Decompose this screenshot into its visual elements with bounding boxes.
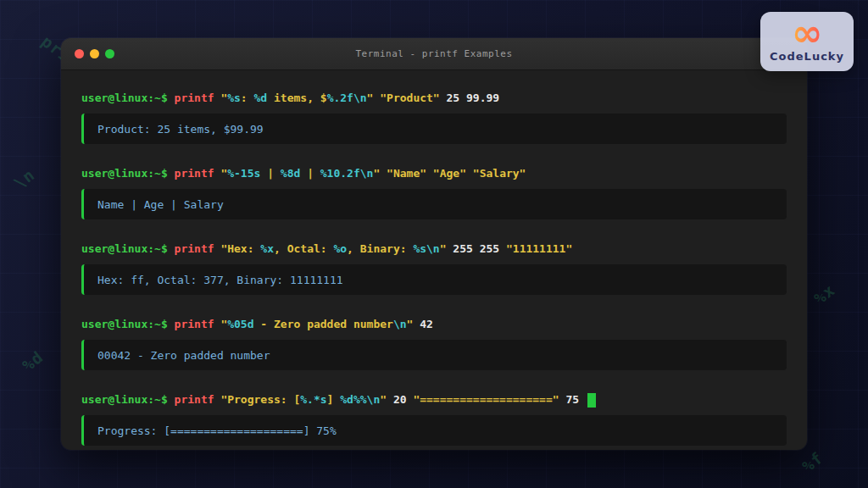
command-segment: 75 xyxy=(559,392,586,408)
command-segment: ] xyxy=(327,392,341,408)
command-segment: %x xyxy=(260,241,274,257)
output-box: 00042 - Zero padded number xyxy=(81,340,787,370)
command-segment: \n xyxy=(393,317,407,332)
command-segment: | xyxy=(260,166,280,181)
command-segment: " xyxy=(440,241,453,257)
command-segment: " "Product" xyxy=(367,91,447,106)
command-segment: %d%%\n xyxy=(340,392,380,408)
command-line: user@linux:~$ printf "%-15s | %8d | %10.… xyxy=(81,166,787,181)
command-segment: 255 255 xyxy=(453,241,506,257)
command-segment: %-15s xyxy=(227,166,260,181)
command-line: user@linux:~$ printf "Progress: [%.*s] %… xyxy=(81,392,787,408)
command-segment: %o xyxy=(333,241,347,257)
command-segment: printf xyxy=(175,317,221,332)
output-box: Hex: ff, Octal: 377, Binary: 11111111 xyxy=(81,264,787,295)
watermark-newline: \n xyxy=(10,165,38,193)
command-segment: "Hex: xyxy=(220,241,260,257)
window-title: Terminal - printf Examples xyxy=(61,48,807,59)
command-segment: "Progress: [ xyxy=(220,392,300,408)
command-segment: 42 xyxy=(420,317,433,332)
output-text: Name | Age | Salary xyxy=(97,198,224,211)
terminal-titlebar[interactable]: Terminal - printf Examples xyxy=(61,38,807,70)
command-segment: items, $ xyxy=(267,91,326,106)
command-segment: " xyxy=(220,91,227,106)
command-segment: : xyxy=(241,91,254,106)
command-segment: user@linux:~$ xyxy=(81,392,175,408)
command-segment: " xyxy=(407,317,420,332)
codelucky-logo-icon: ∞ xyxy=(792,20,823,49)
command-segment: user@linux:~$ xyxy=(81,91,175,106)
desktop-background: printf \n %d %x %f Terminal - printf Exa… xyxy=(0,0,868,488)
output-text: Progress: [====================] 75% xyxy=(97,424,337,437)
command-segment: %.*s xyxy=(300,392,326,408)
command-segment: %s\n xyxy=(413,241,439,257)
command-segment: | xyxy=(300,166,320,181)
command-segment: %10.2f\n xyxy=(320,166,374,181)
output-box: Product: 25 items, $99.99 xyxy=(81,114,787,144)
terminal-entry: user@linux:~$ printf "Hex: %x, Octal: %o… xyxy=(81,241,787,295)
output-text: Hex: ff, Octal: 377, Binary: 11111111 xyxy=(97,274,343,286)
command-line: user@linux:~$ printf "Hex: %x, Octal: %o… xyxy=(81,241,787,257)
output-text: Product: 25 items, $99.99 xyxy=(97,123,264,136)
command-segment: printf xyxy=(175,166,221,181)
command-line: user@linux:~$ printf "%s: %d items, $%.2… xyxy=(81,91,787,106)
command-segment: %8d xyxy=(281,166,300,181)
command-segment: user@linux:~$ xyxy=(81,166,175,181)
command-segment: user@linux:~$ xyxy=(81,241,175,257)
command-segment: 25 99.99 xyxy=(447,91,500,106)
command-segment: printf xyxy=(175,91,221,106)
terminal-cursor[interactable] xyxy=(587,393,596,408)
watermark-percent-f: %f xyxy=(798,448,826,476)
command-segment: , Octal: xyxy=(274,241,333,257)
command-segment: printf xyxy=(175,241,221,257)
command-segment: " xyxy=(220,317,227,332)
output-text: 00042 - Zero padded number xyxy=(97,349,270,362)
command-segment: %d xyxy=(254,91,268,106)
brand-name: CodeLucky xyxy=(770,50,844,63)
command-segment: " xyxy=(220,166,227,181)
terminal-content: user@linux:~$ printf "%s: %d items, $%.2… xyxy=(61,70,807,446)
terminal-entry: user@linux:~$ printf "%-15s | %8d | %10.… xyxy=(81,166,787,219)
command-segment: %05d xyxy=(227,317,253,332)
command-segment: %s xyxy=(227,91,241,106)
brand-badge: ∞ CodeLucky xyxy=(760,12,854,71)
command-segment: %.2f\n xyxy=(327,91,367,106)
command-segment: , Binary: xyxy=(347,241,413,257)
output-box: Name | Age | Salary xyxy=(81,189,787,219)
command-segment: " xyxy=(380,392,393,408)
output-box: Progress: [====================] 75% xyxy=(81,415,787,446)
terminal-entry: user@linux:~$ printf "%05d - Zero padded… xyxy=(81,317,787,370)
command-line: user@linux:~$ printf "%05d - Zero padded… xyxy=(81,317,787,332)
command-segment: user@linux:~$ xyxy=(81,317,175,332)
watermark-percent-d: %d xyxy=(19,347,47,375)
command-segment: printf xyxy=(175,392,221,408)
command-segment: "====================" xyxy=(413,392,559,408)
command-segment: " "Name" "Age" "Salary" xyxy=(373,166,526,181)
watermark-percent-x: %x xyxy=(810,280,838,308)
command-segment: "11111111" xyxy=(506,241,572,257)
terminal-window: Terminal - printf Examples user@linux:~$… xyxy=(61,38,807,450)
command-segment: - Zero padded number xyxy=(254,317,393,332)
terminal-entry: user@linux:~$ printf "Progress: [%.*s] %… xyxy=(81,392,787,446)
command-segment: 20 xyxy=(393,392,413,408)
terminal-entry: user@linux:~$ printf "%s: %d items, $%.2… xyxy=(81,91,787,144)
